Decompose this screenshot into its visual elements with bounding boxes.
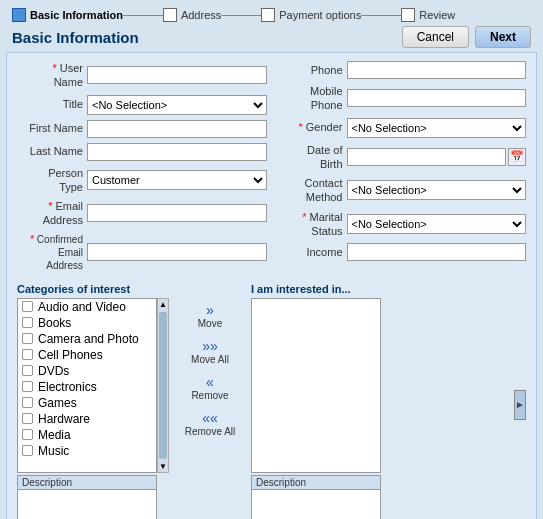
form-area: UserName Title <No Selection> First Name… [6,52,537,519]
step-box-review [401,8,415,22]
phone-row: Phone [277,61,527,79]
remove-all-icon[interactable]: «« [202,411,218,425]
list-item[interactable]: Electronics [18,379,156,395]
marital-status-label: MaritalStatus [277,210,347,239]
collapse-handle[interactable]: ► [514,390,526,420]
person-type-select[interactable]: Customer [87,170,267,190]
list-item[interactable]: Music [18,443,156,459]
next-button[interactable]: Next [475,26,531,48]
confirm-email-input[interactable] [87,243,267,261]
right-desc-label: Description [251,475,381,489]
step-line-1 [123,15,163,16]
phone-label: Phone [277,63,347,77]
dob-row: Date ofBirth 📅 [277,143,527,172]
step-payment[interactable]: Payment options [261,8,361,22]
user-name-input[interactable] [87,66,267,84]
move-all-right-icon[interactable]: »» [202,339,218,353]
remove-group: « Remove [191,375,228,401]
cancel-button[interactable]: Cancel [402,26,469,48]
user-name-row: UserName [17,61,267,90]
remove-icon[interactable]: « [206,375,214,389]
gender-select[interactable]: <No Selection> [347,118,527,138]
move-all-group: »» Move All [191,339,229,365]
list-item[interactable]: Camera and Photo [18,331,156,347]
interested-list[interactable] [251,298,381,473]
categories-left: Categories of interest Audio and VideoBo… [17,283,169,519]
categories-section: Categories of interest Audio and VideoBo… [17,283,526,519]
interested-title: I am interested in... [251,283,508,295]
remove-label: Remove [191,390,228,401]
email-input[interactable] [87,204,267,222]
scroll-down-arrow[interactable]: ▼ [158,461,168,472]
step-label-address: Address [181,9,221,21]
right-desc-textarea[interactable] [251,489,381,519]
move-buttons: » Move »» Move All « Remove «« Remove Al… [175,283,245,437]
remove-all-label: Remove All [185,426,236,437]
person-type-row: PersonType Customer [17,166,267,195]
scroll-thumb [159,312,167,459]
calendar-icon[interactable]: 📅 [508,148,526,166]
first-name-label: First Name [17,121,87,135]
marital-status-row: MaritalStatus <No Selection> [277,210,527,239]
step-box-address [163,8,177,22]
date-row: 📅 [347,148,527,166]
collapse-handle-container: ► [514,283,526,519]
mobile-phone-input[interactable] [347,89,527,107]
dob-label: Date ofBirth [277,143,347,172]
income-row: Income [277,243,527,261]
list-item[interactable]: Books [18,315,156,331]
step-box-basic [12,8,26,22]
form-grid: UserName Title <No Selection> First Name… [17,61,526,277]
title-select[interactable]: <No Selection> [87,95,267,115]
email-label: EmailAddress [17,199,87,228]
wizard-steps: Basic Information Address Payment option… [12,8,531,22]
categories-scrollbar[interactable]: ▲ ▼ [157,298,169,473]
income-input[interactable] [347,243,527,261]
contact-method-select[interactable]: <No Selection> [347,180,527,200]
top-bar: Basic Information Cancel Next [0,22,543,52]
move-group: » Move [198,303,222,329]
user-name-label: UserName [17,61,87,90]
list-item[interactable]: Audio and Video [18,299,156,315]
list-item[interactable]: Cell Phones [18,347,156,363]
page-title: Basic Information [12,29,402,46]
left-desc-textarea[interactable] [17,489,157,519]
contact-method-label: ContactMethod [277,176,347,205]
step-label-basic: Basic Information [30,9,123,21]
gender-label: Gender [277,120,347,134]
list-item[interactable]: Games [18,395,156,411]
confirm-email-row: ConfirmedEmailAddress [17,233,267,272]
list-item[interactable]: Media [18,427,156,443]
move-all-label: Move All [191,354,229,365]
step-box-payment [261,8,275,22]
email-row: EmailAddress [17,199,267,228]
step-line-3 [361,15,401,16]
step-address[interactable]: Address [163,8,221,22]
confirm-email-label: ConfirmedEmailAddress [17,233,87,272]
last-name-input[interactable] [87,143,267,161]
first-name-input[interactable] [87,120,267,138]
dob-input[interactable] [347,148,507,166]
scroll-up-arrow[interactable]: ▲ [158,299,168,310]
step-review[interactable]: Review [401,8,455,22]
categories-title: Categories of interest [17,283,169,295]
contact-method-row: ContactMethod <No Selection> [277,176,527,205]
step-basic[interactable]: Basic Information [12,8,123,22]
marital-status-select[interactable]: <No Selection> [347,214,527,234]
gender-row: Gender <No Selection> [277,118,527,138]
move-right-icon[interactable]: » [206,303,214,317]
title-label: Title [17,97,87,111]
interested-in-section: I am interested in... Description [251,283,508,519]
last-name-row: Last Name [17,143,267,161]
mobile-phone-label: MobilePhone [277,84,347,113]
list-item[interactable]: DVDs [18,363,156,379]
remove-all-group: «« Remove All [185,411,236,437]
move-label: Move [198,318,222,329]
wizard-header: Basic Information Address Payment option… [0,0,543,22]
list-item[interactable]: Hardware [18,411,156,427]
phone-input[interactable] [347,61,527,79]
step-label-payment: Payment options [279,9,361,21]
title-row: Title <No Selection> [17,95,267,115]
categories-list[interactable]: Audio and VideoBooksCamera and PhotoCell… [17,298,157,473]
step-line-2 [221,15,261,16]
